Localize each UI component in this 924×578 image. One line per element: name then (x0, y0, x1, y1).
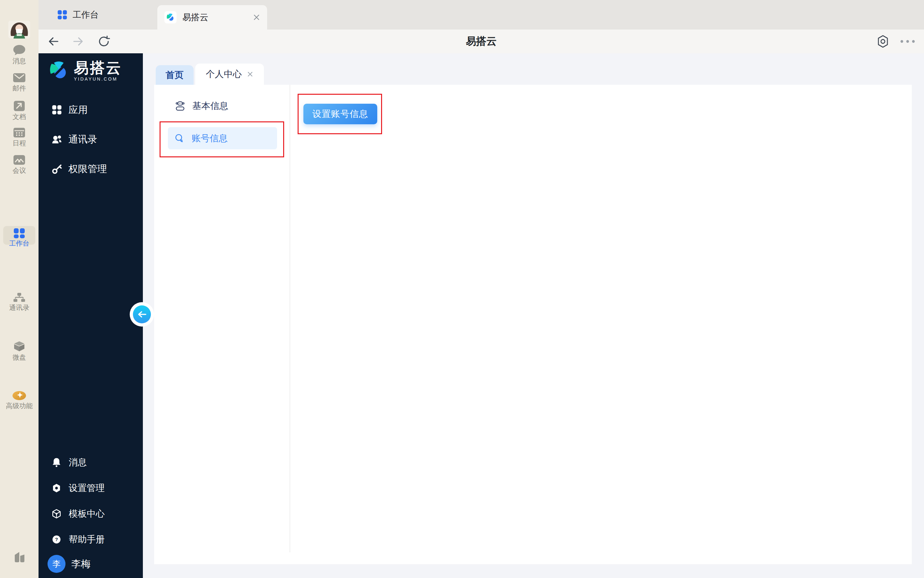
content-tab-home[interactable]: 首页 (156, 65, 194, 85)
os-item-workbench[interactable]: 工作台 (0, 228, 39, 247)
sidebar-item-label: 消息 (69, 456, 87, 469)
os-item-meeting[interactable]: 会议 (0, 154, 39, 174)
os-item-calendar[interactable]: 日程 (0, 127, 39, 147)
os-item-label: 通讯录 (9, 304, 29, 311)
sidebar-item-label: 设置管理 (69, 482, 105, 494)
user-name: 李梅 (71, 557, 91, 571)
mail-icon (13, 72, 26, 83)
nav-item-label: 基本信息 (192, 100, 228, 112)
os-item-label: 邮件 (13, 84, 26, 92)
os-item-docs[interactable]: 文档 (0, 100, 39, 121)
sidebar-item-label: 帮助手册 (69, 533, 105, 546)
sidebar-item-templates[interactable]: 模板中心 (39, 501, 143, 527)
window-tab-label: 易搭云 (182, 11, 208, 23)
sidebar-item-notifications[interactable]: 消息 (39, 450, 143, 475)
window-tab-yidayun[interactable]: 易搭云 (157, 5, 267, 29)
back-button[interactable] (47, 35, 60, 47)
doc-icon (13, 100, 25, 112)
os-sidebar: 消息 邮件 文档 日程 (0, 0, 39, 578)
app-sidebar: 易搭云 YIDAYUN.COM 应用 通讯录 (39, 53, 143, 578)
user-avatar: 李 (47, 555, 65, 573)
chat-icon (13, 44, 26, 56)
os-item-contacts[interactable]: 通讯录 (0, 292, 39, 312)
contacts-org-icon (13, 292, 26, 302)
app-logo: 易搭云 YIDAYUN.COM (48, 60, 122, 81)
personal-center-nav: 基本信息 账号信息 (154, 85, 290, 552)
os-item-premium[interactable]: 高级功能 (0, 390, 39, 410)
window-tab-strip: 工作台 易搭云 (39, 0, 924, 29)
browser-toolbar: 易搭云 (39, 29, 924, 53)
bell-icon (52, 458, 61, 467)
avatar-illustration (8, 21, 30, 39)
close-tab-icon[interactable] (247, 71, 253, 77)
page-title: 易搭云 (466, 34, 497, 49)
window-tab-label: 工作台 (73, 9, 99, 21)
os-item-messages[interactable]: 消息 (0, 44, 39, 65)
content-tab-personal-center[interactable]: 个人中心 (195, 63, 264, 85)
content-area: 首页 个人中心 基本信息 (143, 53, 924, 578)
meeting-icon (13, 154, 26, 166)
workbench-grid-icon (57, 10, 67, 20)
os-item-label: 会议 (13, 167, 26, 174)
sidebar-item-settings[interactable]: 设置管理 (39, 475, 143, 501)
premium-icon (12, 390, 27, 401)
app-logo-domain: YIDAYUN.COM (74, 76, 122, 81)
nav-item-label: 账号信息 (192, 132, 228, 144)
os-item-drive[interactable]: 微盘 (0, 341, 39, 361)
sidebar-item-label: 通讯录 (68, 133, 97, 146)
person-robot-icon (175, 101, 185, 111)
sidebar-user[interactable]: 李 李梅 (47, 555, 91, 573)
settings-gear-icon[interactable] (877, 35, 889, 48)
sidebar-item-label: 应用 (68, 103, 88, 117)
os-item-mail[interactable]: 邮件 (0, 72, 39, 92)
nav-item-account-info[interactable]: 账号信息 (168, 127, 277, 149)
apps-grid-icon (52, 105, 62, 115)
sidebar-item-label: 权限管理 (68, 162, 107, 175)
nav-item-basic-info[interactable]: 基本信息 (175, 100, 228, 112)
set-account-info-button[interactable]: 设置账号信息 (303, 104, 377, 124)
refresh-button[interactable] (97, 35, 110, 48)
key-icon (52, 164, 62, 174)
os-item-label: 日程 (13, 140, 26, 147)
window-tab-workbench[interactable]: 工作台 (57, 0, 99, 29)
personal-center-panel: 基本信息 账号信息 设置账号信息 (154, 85, 912, 564)
people-icon (52, 134, 62, 144)
close-tab-icon[interactable] (253, 14, 260, 21)
user-avatar-photo[interactable] (8, 21, 30, 39)
sidebar-item-permissions[interactable]: 权限管理 (39, 154, 143, 183)
screen: 消息 邮件 文档 日程 (0, 0, 924, 578)
os-item-label: 高级功能 (6, 402, 33, 409)
content-tab-label: 个人中心 (206, 68, 242, 80)
os-item-label: 文档 (13, 113, 26, 120)
app-logo-title: 易搭云 (74, 60, 122, 76)
sidebar-item-apps[interactable]: 应用 (39, 95, 143, 125)
workbench-grid-icon (13, 228, 25, 238)
yidayun-logo-icon (48, 60, 69, 81)
sidebar-item-label: 模板中心 (69, 508, 105, 520)
help-icon: ? (52, 535, 61, 544)
cube-icon (52, 509, 61, 519)
os-item-label: 工作台 (9, 240, 29, 247)
collapse-sidebar-button[interactable] (133, 305, 151, 323)
more-menu-icon[interactable] (900, 39, 916, 44)
forward-button[interactable] (72, 35, 84, 47)
workbench-shape-icon (13, 550, 26, 564)
os-item-label: 消息 (13, 57, 26, 65)
yidayun-logo-icon (164, 11, 177, 23)
sidebar-item-contacts[interactable]: 通讯录 (39, 125, 143, 154)
gear-icon (52, 483, 61, 493)
arrow-left-icon (137, 310, 147, 318)
os-item-bottom-tool[interactable] (0, 550, 39, 565)
svg-text:?: ? (55, 537, 58, 542)
content-tab-label: 首页 (166, 69, 184, 81)
sidebar-item-help[interactable]: ? 帮助手册 (39, 527, 143, 552)
os-item-label: 微盘 (13, 354, 26, 361)
calendar-icon (13, 127, 26, 138)
account-search-icon (174, 133, 185, 143)
drive-box-icon (13, 341, 26, 352)
